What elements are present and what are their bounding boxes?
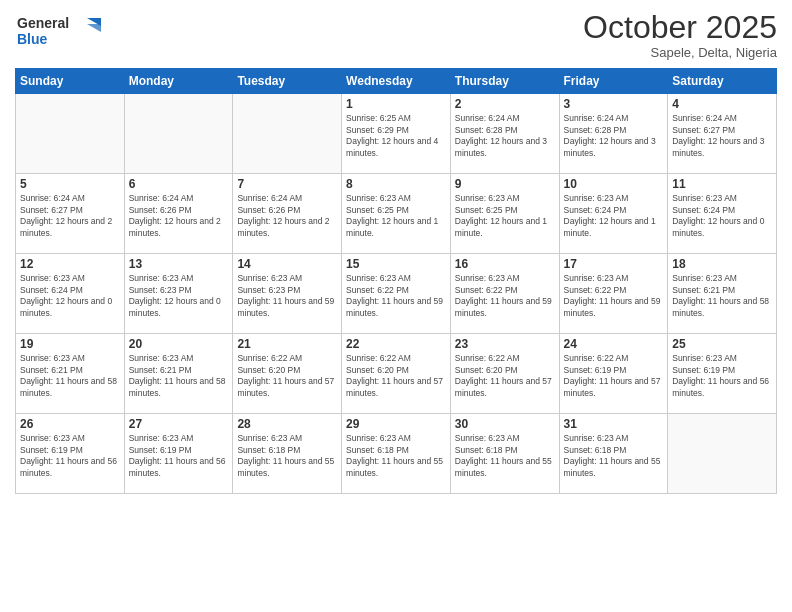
- page: General Blue October 2025 Sapele, Delta,…: [0, 0, 792, 612]
- calendar-header-row: Sunday Monday Tuesday Wednesday Thursday…: [16, 69, 777, 94]
- day-info: Sunrise: 6:23 AM Sunset: 6:18 PM Dayligh…: [346, 433, 446, 479]
- table-row: 28Sunrise: 6:23 AM Sunset: 6:18 PM Dayli…: [233, 414, 342, 494]
- day-number: 25: [672, 337, 772, 351]
- week-row-3: 12Sunrise: 6:23 AM Sunset: 6:24 PM Dayli…: [16, 254, 777, 334]
- day-info: Sunrise: 6:23 AM Sunset: 6:22 PM Dayligh…: [455, 273, 555, 319]
- table-row: 20Sunrise: 6:23 AM Sunset: 6:21 PM Dayli…: [124, 334, 233, 414]
- table-row: 17Sunrise: 6:23 AM Sunset: 6:22 PM Dayli…: [559, 254, 668, 334]
- day-number: 18: [672, 257, 772, 271]
- day-number: 21: [237, 337, 337, 351]
- table-row: 26Sunrise: 6:23 AM Sunset: 6:19 PM Dayli…: [16, 414, 125, 494]
- table-row: [124, 94, 233, 174]
- table-row: 25Sunrise: 6:23 AM Sunset: 6:19 PM Dayli…: [668, 334, 777, 414]
- day-info: Sunrise: 6:22 AM Sunset: 6:20 PM Dayligh…: [455, 353, 555, 399]
- table-row: [233, 94, 342, 174]
- table-row: [668, 414, 777, 494]
- day-info: Sunrise: 6:23 AM Sunset: 6:19 PM Dayligh…: [672, 353, 772, 399]
- table-row: 21Sunrise: 6:22 AM Sunset: 6:20 PM Dayli…: [233, 334, 342, 414]
- table-row: 31Sunrise: 6:23 AM Sunset: 6:18 PM Dayli…: [559, 414, 668, 494]
- day-number: 8: [346, 177, 446, 191]
- table-row: 18Sunrise: 6:23 AM Sunset: 6:21 PM Dayli…: [668, 254, 777, 334]
- day-number: 6: [129, 177, 229, 191]
- day-info: Sunrise: 6:23 AM Sunset: 6:21 PM Dayligh…: [129, 353, 229, 399]
- svg-text:General: General: [17, 15, 69, 31]
- table-row: 12Sunrise: 6:23 AM Sunset: 6:24 PM Dayli…: [16, 254, 125, 334]
- day-number: 16: [455, 257, 555, 271]
- day-number: 30: [455, 417, 555, 431]
- table-row: 19Sunrise: 6:23 AM Sunset: 6:21 PM Dayli…: [16, 334, 125, 414]
- day-info: Sunrise: 6:23 AM Sunset: 6:22 PM Dayligh…: [564, 273, 664, 319]
- day-info: Sunrise: 6:23 AM Sunset: 6:18 PM Dayligh…: [564, 433, 664, 479]
- logo-icon: General Blue: [15, 10, 105, 52]
- day-info: Sunrise: 6:23 AM Sunset: 6:19 PM Dayligh…: [129, 433, 229, 479]
- week-row-1: 1Sunrise: 6:25 AM Sunset: 6:29 PM Daylig…: [16, 94, 777, 174]
- location: Sapele, Delta, Nigeria: [583, 45, 777, 60]
- table-row: 14Sunrise: 6:23 AM Sunset: 6:23 PM Dayli…: [233, 254, 342, 334]
- day-info: Sunrise: 6:22 AM Sunset: 6:20 PM Dayligh…: [237, 353, 337, 399]
- table-row: 22Sunrise: 6:22 AM Sunset: 6:20 PM Dayli…: [342, 334, 451, 414]
- day-info: Sunrise: 6:23 AM Sunset: 6:19 PM Dayligh…: [20, 433, 120, 479]
- day-number: 14: [237, 257, 337, 271]
- day-number: 23: [455, 337, 555, 351]
- day-info: Sunrise: 6:23 AM Sunset: 6:24 PM Dayligh…: [672, 193, 772, 239]
- day-info: Sunrise: 6:24 AM Sunset: 6:27 PM Dayligh…: [20, 193, 120, 239]
- day-info: Sunrise: 6:23 AM Sunset: 6:22 PM Dayligh…: [346, 273, 446, 319]
- day-number: 31: [564, 417, 664, 431]
- day-number: 26: [20, 417, 120, 431]
- table-row: 27Sunrise: 6:23 AM Sunset: 6:19 PM Dayli…: [124, 414, 233, 494]
- week-row-2: 5Sunrise: 6:24 AM Sunset: 6:27 PM Daylig…: [16, 174, 777, 254]
- day-info: Sunrise: 6:23 AM Sunset: 6:25 PM Dayligh…: [346, 193, 446, 239]
- day-info: Sunrise: 6:23 AM Sunset: 6:24 PM Dayligh…: [564, 193, 664, 239]
- col-saturday: Saturday: [668, 69, 777, 94]
- day-number: 3: [564, 97, 664, 111]
- day-number: 19: [20, 337, 120, 351]
- table-row: 23Sunrise: 6:22 AM Sunset: 6:20 PM Dayli…: [450, 334, 559, 414]
- day-number: 12: [20, 257, 120, 271]
- svg-text:Blue: Blue: [17, 31, 48, 47]
- day-number: 10: [564, 177, 664, 191]
- day-info: Sunrise: 6:24 AM Sunset: 6:26 PM Dayligh…: [237, 193, 337, 239]
- table-row: 24Sunrise: 6:22 AM Sunset: 6:19 PM Dayli…: [559, 334, 668, 414]
- day-number: 28: [237, 417, 337, 431]
- col-friday: Friday: [559, 69, 668, 94]
- day-number: 22: [346, 337, 446, 351]
- day-number: 17: [564, 257, 664, 271]
- calendar-table: Sunday Monday Tuesday Wednesday Thursday…: [15, 68, 777, 494]
- header: General Blue October 2025 Sapele, Delta,…: [15, 10, 777, 60]
- table-row: 15Sunrise: 6:23 AM Sunset: 6:22 PM Dayli…: [342, 254, 451, 334]
- day-info: Sunrise: 6:25 AM Sunset: 6:29 PM Dayligh…: [346, 113, 446, 159]
- day-number: 11: [672, 177, 772, 191]
- col-wednesday: Wednesday: [342, 69, 451, 94]
- day-info: Sunrise: 6:23 AM Sunset: 6:23 PM Dayligh…: [237, 273, 337, 319]
- month-title: October 2025: [583, 10, 777, 45]
- table-row: 9Sunrise: 6:23 AM Sunset: 6:25 PM Daylig…: [450, 174, 559, 254]
- day-number: 15: [346, 257, 446, 271]
- day-info: Sunrise: 6:24 AM Sunset: 6:28 PM Dayligh…: [455, 113, 555, 159]
- day-info: Sunrise: 6:22 AM Sunset: 6:20 PM Dayligh…: [346, 353, 446, 399]
- col-monday: Monday: [124, 69, 233, 94]
- table-row: 5Sunrise: 6:24 AM Sunset: 6:27 PM Daylig…: [16, 174, 125, 254]
- svg-marker-3: [87, 24, 101, 32]
- logo-text: General Blue: [15, 10, 105, 56]
- day-info: Sunrise: 6:23 AM Sunset: 6:24 PM Dayligh…: [20, 273, 120, 319]
- day-info: Sunrise: 6:24 AM Sunset: 6:26 PM Dayligh…: [129, 193, 229, 239]
- table-row: 4Sunrise: 6:24 AM Sunset: 6:27 PM Daylig…: [668, 94, 777, 174]
- day-info: Sunrise: 6:23 AM Sunset: 6:25 PM Dayligh…: [455, 193, 555, 239]
- day-number: 1: [346, 97, 446, 111]
- table-row: 29Sunrise: 6:23 AM Sunset: 6:18 PM Dayli…: [342, 414, 451, 494]
- week-row-5: 26Sunrise: 6:23 AM Sunset: 6:19 PM Dayli…: [16, 414, 777, 494]
- table-row: 3Sunrise: 6:24 AM Sunset: 6:28 PM Daylig…: [559, 94, 668, 174]
- title-area: October 2025 Sapele, Delta, Nigeria: [583, 10, 777, 60]
- day-info: Sunrise: 6:22 AM Sunset: 6:19 PM Dayligh…: [564, 353, 664, 399]
- logo: General Blue: [15, 10, 105, 56]
- day-number: 20: [129, 337, 229, 351]
- col-sunday: Sunday: [16, 69, 125, 94]
- day-number: 5: [20, 177, 120, 191]
- day-number: 13: [129, 257, 229, 271]
- table-row: 30Sunrise: 6:23 AM Sunset: 6:18 PM Dayli…: [450, 414, 559, 494]
- table-row: 11Sunrise: 6:23 AM Sunset: 6:24 PM Dayli…: [668, 174, 777, 254]
- day-info: Sunrise: 6:23 AM Sunset: 6:21 PM Dayligh…: [20, 353, 120, 399]
- day-number: 9: [455, 177, 555, 191]
- day-info: Sunrise: 6:23 AM Sunset: 6:18 PM Dayligh…: [237, 433, 337, 479]
- day-number: 2: [455, 97, 555, 111]
